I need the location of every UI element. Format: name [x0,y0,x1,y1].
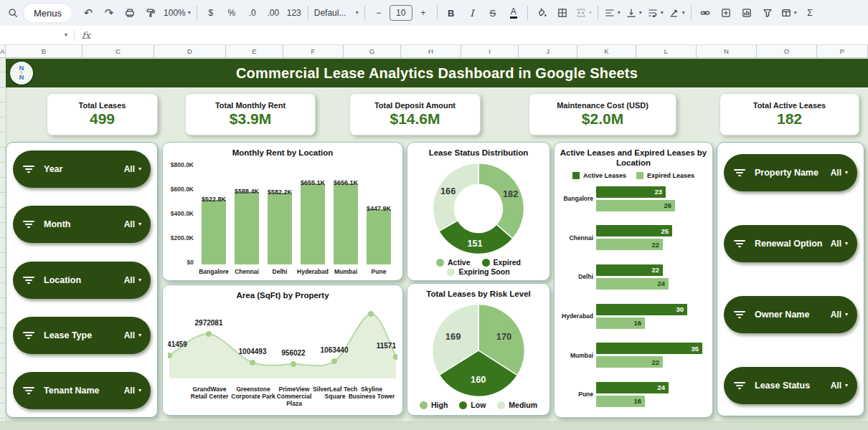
column-header-g[interactable]: G [344,44,401,57]
zoom-select[interactable]: 100%▾ [161,4,193,22]
filter-property-name[interactable]: Property NameAll▾ [724,154,857,191]
filter-renewal-option[interactable]: Renewal OptionAll▾ [724,225,857,262]
filter-month[interactable]: MonthAll▾ [13,206,151,243]
paint-format-button[interactable] [141,4,161,22]
column-header-e[interactable]: E [226,44,283,57]
monthly-rent-chart-card[interactable]: Monthly Rent by Location$800.0K$600.0K$4… [162,142,403,281]
bar: 35 [596,343,702,354]
text-wrap-button[interactable]: ▾ [645,4,666,22]
text-color-button[interactable]: A [504,4,524,22]
legend-item: High [420,401,448,410]
bar-hyderabad: $655.1K [301,183,325,264]
bar: 16 [596,317,645,329]
filter-lease-status[interactable]: Lease StatusAll▾ [724,367,857,404]
column-header-p[interactable]: P [817,44,868,57]
table-views-button[interactable]: ▾ [778,4,799,22]
column-header-o[interactable]: O [757,44,817,57]
active-expired-chart-card[interactable]: Active Leases and Expired Leases by Loca… [554,142,713,418]
bar-value-label: $447.9K [367,205,391,212]
column-header-l[interactable]: L [636,44,697,57]
point-value-label: 1063440 [321,346,349,354]
bar-value-label: 24 [657,280,669,287]
column-header-h[interactable]: H [401,44,461,57]
vertical-align-button[interactable]: ▾ [623,4,644,22]
chart-title: Active Leases and Expired Leases by Loca… [555,148,712,168]
filter-tenant-name[interactable]: Tenant NameAll▾ [13,372,151,409]
company-logo: NtN [10,62,33,85]
bold-button[interactable]: B [441,4,461,22]
column-header-label: K [604,47,608,55]
column-header-label: D [187,47,192,55]
column-header-label: N [724,47,729,55]
fx-label[interactable]: fx [82,30,90,41]
italic-button[interactable]: I [462,4,482,22]
filter-year[interactable]: YearAll▾ [13,150,151,188]
borders-icon [557,7,568,19]
horizontal-align-button[interactable]: ▾ [602,4,623,22]
column-header-label: P [840,47,844,55]
format-percent-button[interactable]: % [222,4,242,22]
kpi-value: 182 [777,110,802,128]
create-filter-button[interactable] [758,4,778,22]
functions-button[interactable]: Σ [800,4,820,22]
text-rotation-button[interactable]: ▾ [666,4,687,22]
decrease-decimal-button[interactable]: .0 [242,4,263,22]
increase-font-size-button[interactable]: + [413,4,433,22]
area-sqft-chart-card[interactable]: Area (SqFt) by Property10414592972081100… [162,285,403,416]
filter-value: All [831,168,841,178]
column-header-label: H [428,47,433,55]
increase-decimal-button[interactable]: .00 [263,4,283,22]
risk-level-chart-card[interactable]: Total Leases by Risk Level170160169HighL… [407,283,550,416]
legend-row: HighLowMedium [420,401,537,410]
sheet-row-strip [0,421,868,430]
bar-value-label: 35 [691,345,702,353]
font-select[interactable]: Defaul...▾ [312,4,361,22]
column-header-d[interactable]: D [154,44,226,57]
name-box[interactable]: ▾ [0,26,67,44]
undo-button[interactable]: ↶ [78,4,98,22]
fill-color-button[interactable] [532,4,552,22]
column-header-k[interactable]: K [577,44,636,57]
redo-button[interactable]: ↷ [99,4,119,22]
font-size-input[interactable]: 10 [390,5,412,21]
column-header-c[interactable]: C [82,44,154,57]
print-button[interactable] [120,4,140,22]
slice-value-label: 169 [445,331,461,342]
insert-comment-button[interactable] [716,4,736,22]
kpi-label: Maintenance Cost (USD) [557,101,648,110]
filter-value: All [124,164,135,174]
bar-group-bangalore: Bangalore2326 [555,186,705,211]
borders-button[interactable] [552,4,572,22]
menus-button[interactable]: Menus [24,4,72,22]
column-header-label: L [664,47,668,55]
column-header-i[interactable]: I [461,44,519,57]
filter-owner-name[interactable]: Owner NameAll▾ [724,296,857,333]
bar-pune: $447.9K [367,209,391,264]
search-icon[interactable] [3,4,23,22]
column-header-j[interactable]: J [519,44,577,57]
data-point [331,358,337,364]
strikethrough-button[interactable]: S [483,4,503,22]
chart-legend: HighLowMedium [407,401,549,410]
filter-lease-type[interactable]: Lease TypeAll▾ [13,317,151,354]
column-header-n[interactable]: N [697,44,757,57]
more-formats-button[interactable]: 123 [284,4,304,22]
merge-cells-button[interactable]: ▾ [573,4,594,22]
data-point [250,360,255,366]
decrease-font-size-button[interactable]: − [369,4,389,22]
column-header-b[interactable]: B [6,44,82,57]
bar: 23 [596,186,666,198]
insert-chart-button[interactable] [737,4,757,22]
x-tick: Bangalore [197,268,230,275]
insert-link-button[interactable] [695,4,715,22]
column-header-a[interactable]: A [0,44,6,57]
kpi-card-0: Total Leases499 [47,93,158,135]
bar: 22 [596,356,663,368]
column-header-f[interactable]: F [283,44,344,57]
filter-icon [733,169,746,176]
x-tick: Delhi [263,268,296,275]
lease-status-chart-card[interactable]: Lease Status Distribution182151166Active… [407,142,550,281]
filter-location[interactable]: LocationAll▾ [13,262,151,299]
format-currency-button[interactable]: $ [201,4,221,22]
bars: 3016 [596,304,705,329]
